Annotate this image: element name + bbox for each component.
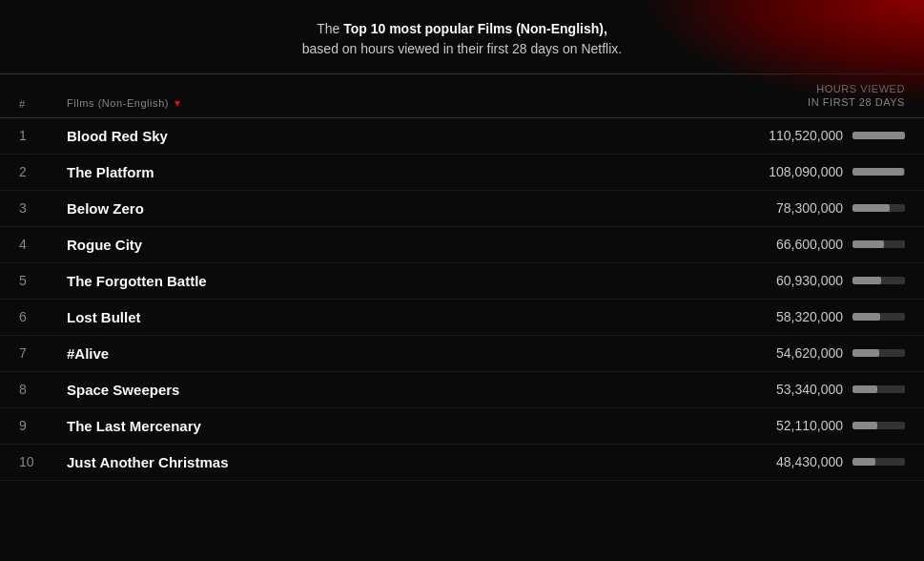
hours-value: 110,520,000	[748, 128, 843, 143]
hours-cell: 108,090,000	[695, 164, 905, 179]
table-body: 1 Blood Red Sky 110,520,000 2 The Platfo…	[0, 118, 924, 481]
bar-container	[852, 204, 905, 212]
sort-icon[interactable]: ▾	[175, 96, 181, 110]
hours-value: 54,620,000	[748, 345, 843, 361]
table-row: 8 Space Sweepers 53,340,000	[0, 372, 924, 408]
rank-cell: 6	[19, 309, 67, 324]
hours-cell: 53,340,000	[695, 382, 905, 397]
bar-container	[852, 385, 905, 393]
hours-cell: 60,930,000	[695, 273, 905, 288]
hours-cell: 58,320,000	[695, 309, 905, 324]
bar-container	[852, 313, 905, 321]
rank-cell: 3	[19, 200, 67, 216]
table-row: 6 Lost Bullet 58,320,000	[0, 300, 924, 336]
table-row: 3 Below Zero 78,300,000	[0, 191, 924, 227]
table-row: 4 Rogue City 66,600,000	[0, 227, 924, 263]
bar-fill	[852, 132, 905, 139]
main-table: # Films (Non-English) ▾ HOURS VIEWED IN …	[0, 74, 924, 481]
col-header-hours: HOURS VIEWED IN FIRST 28 DAYS	[695, 82, 905, 110]
title-cell: #Alive	[67, 345, 695, 362]
table-row: 5 The Forgotten Battle 60,930,000	[0, 263, 924, 300]
table-header-row: # Films (Non-English) ▾ HOURS VIEWED IN …	[0, 74, 924, 118]
rank-cell: 2	[19, 164, 67, 179]
rank-cell: 4	[19, 237, 67, 252]
rank-cell: 10	[19, 454, 67, 469]
hours-cell: 48,430,000	[695, 454, 905, 469]
col-header-rank: #	[19, 98, 67, 110]
bar-container	[852, 349, 905, 357]
bar-fill	[852, 204, 890, 212]
col-header-title: Films (Non-English) ▾	[67, 96, 695, 110]
bar-fill	[852, 458, 875, 466]
bar-fill	[852, 277, 881, 284]
title-cell: Rogue City	[67, 237, 695, 253]
bar-container	[852, 458, 905, 466]
bar-fill	[852, 385, 877, 393]
title-cell: Blood Red Sky	[67, 128, 695, 144]
hours-value: 53,340,000	[748, 382, 843, 397]
title-cell: Just Another Christmas	[67, 454, 695, 470]
hours-value: 48,430,000	[748, 454, 843, 469]
bar-fill	[852, 168, 904, 176]
rank-cell: 1	[19, 128, 67, 143]
hours-cell: 78,300,000	[695, 200, 905, 216]
rank-cell: 9	[19, 418, 67, 433]
title-cell: The Platform	[67, 164, 695, 180]
title-cell: Space Sweepers	[67, 382, 695, 398]
hours-value: 58,320,000	[748, 309, 843, 324]
rank-cell: 7	[19, 345, 67, 361]
bar-fill	[852, 313, 880, 321]
bar-fill	[852, 422, 877, 429]
hours-value: 60,930,000	[748, 273, 843, 288]
bar-fill	[852, 349, 879, 357]
page-header: The Top 10 most popular Films (Non-Engli…	[0, 0, 924, 73]
hours-value: 66,600,000	[748, 237, 843, 252]
hours-value: 108,090,000	[748, 164, 843, 179]
title-cell: The Last Mercenary	[67, 418, 695, 434]
title-cell: Lost Bullet	[67, 309, 695, 325]
title-cell: Below Zero	[67, 200, 695, 217]
bar-container	[852, 277, 905, 284]
hours-cell: 52,110,000	[695, 418, 905, 433]
bar-container	[852, 168, 905, 176]
bar-container	[852, 240, 905, 248]
table-row: 1 Blood Red Sky 110,520,000	[0, 118, 924, 155]
rank-cell: 8	[19, 382, 67, 397]
bar-container	[852, 422, 905, 429]
header-bold: Top 10 most popular Films (Non-English),	[343, 21, 607, 36]
header-subtext: based on hours viewed in their first 28 …	[19, 39, 905, 59]
hours-cell: 66,600,000	[695, 237, 905, 252]
table-row: 9 The Last Mercenary 52,110,000	[0, 408, 924, 445]
bar-container	[852, 132, 905, 139]
rank-cell: 5	[19, 273, 67, 288]
table-row: 7 #Alive 54,620,000	[0, 336, 924, 372]
hours-cell: 110,520,000	[695, 128, 905, 143]
table-row: 2 The Platform 108,090,000	[0, 155, 924, 191]
hours-value: 78,300,000	[748, 200, 843, 216]
hours-cell: 54,620,000	[695, 345, 905, 361]
bar-fill	[852, 240, 884, 248]
title-cell: The Forgotten Battle	[67, 273, 695, 289]
hours-value: 52,110,000	[748, 418, 843, 433]
table-row: 10 Just Another Christmas 48,430,000	[0, 445, 924, 481]
